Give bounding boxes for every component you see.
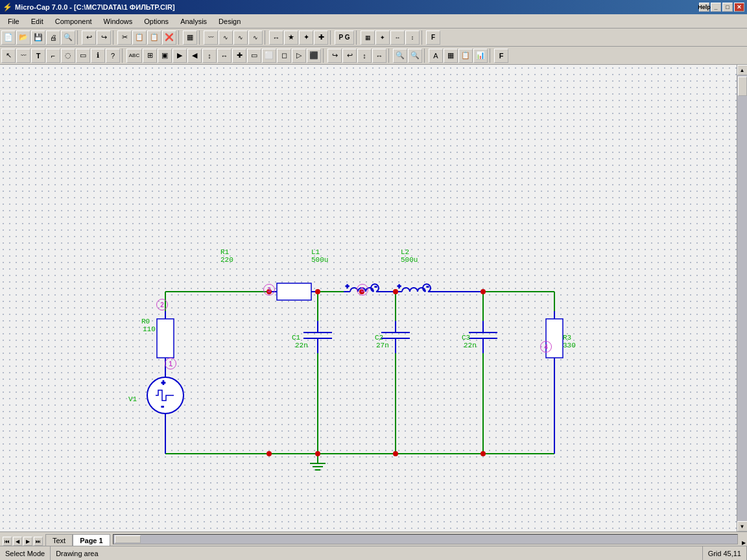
title-buttons: Help _ □ ✕	[699, 3, 744, 12]
tb-m2[interactable]: ✦	[375, 30, 390, 45]
tb-tran[interactable]: ∿	[233, 30, 248, 45]
menu-windows[interactable]: Windows	[99, 16, 138, 27]
label-l2-name: L2	[401, 248, 409, 256]
tb2-text[interactable]: T	[31, 49, 45, 63]
tb-star[interactable]: ★	[284, 30, 298, 45]
close-button[interactable]: ✕	[734, 3, 744, 12]
tb2-f2[interactable]: F	[494, 49, 508, 63]
menu-design[interactable]: Design	[213, 16, 246, 27]
svg-point-57	[315, 451, 320, 456]
label-r3-name: R3	[563, 334, 571, 342]
tb2-info[interactable]: ℹ	[91, 49, 105, 63]
label-r0-val: 110	[143, 325, 156, 333]
tb2-tri[interactable]: ▷	[292, 49, 306, 63]
svg-point-56	[480, 289, 486, 294]
tb2-box[interactable]: ▦	[444, 49, 458, 63]
label-r1-name: R1	[220, 248, 229, 256]
tb-m1[interactable]: ▦	[361, 30, 375, 45]
tb-f1[interactable]: F	[426, 30, 440, 45]
tb-pg[interactable]: P G	[335, 30, 354, 45]
tb2-lr[interactable]: ↔	[217, 49, 231, 63]
vertical-scrollbar[interactable]: ▲ ▼	[737, 65, 747, 531]
help-button[interactable]: Help	[699, 3, 709, 12]
window-title: Micro-Cap 7.0.0 - [C:\MC7\DATA\1 ФИЛЬТР.…	[15, 3, 175, 11]
tb-plus[interactable]: ✦	[299, 30, 313, 45]
tb2-wire[interactable]: 〰	[16, 49, 30, 63]
tb-save[interactable]: 💾	[31, 30, 45, 45]
tb2-zoomin[interactable]: 🔍	[393, 49, 407, 63]
tb2-rect[interactable]: ▭	[76, 49, 90, 63]
scroll-up-button[interactable]: ▲	[737, 65, 748, 75]
tab-last-button[interactable]: ⏭	[34, 537, 43, 546]
tb2-zoomout[interactable]: 🔍	[408, 49, 422, 63]
menu-options[interactable]: Options	[139, 16, 174, 27]
menu-component[interactable]: Component	[50, 16, 97, 27]
tb2-chart[interactable]: 📊	[473, 49, 488, 63]
tb-delete[interactable]: ❌	[162, 30, 176, 45]
node-3-label: 3	[267, 286, 271, 294]
tab-page1[interactable]: Page 1	[73, 534, 110, 546]
tb-ac[interactable]: ∿	[219, 30, 233, 45]
tb2-rect2[interactable]: ▭	[247, 49, 261, 63]
node-1-circle: 1	[165, 358, 176, 369]
tb-copy[interactable]: 📋	[132, 30, 147, 45]
tb2-blk[interactable]: ⬛	[307, 49, 321, 63]
tb-undo[interactable]: ↩	[82, 30, 96, 45]
tb2-3d[interactable]: ▣	[158, 49, 172, 63]
tb2-select[interactable]: ↖	[1, 49, 16, 63]
tb-m3[interactable]: ↔	[390, 30, 405, 45]
svg-text:+: +	[397, 283, 401, 290]
tb2-clip[interactable]: 📋	[458, 49, 473, 63]
label-r1-val: 220	[220, 256, 233, 264]
tb-zoom[interactable]: 🔍	[61, 30, 75, 45]
menu-analysis[interactable]: Analysis	[175, 16, 212, 27]
tb-redo[interactable]: ↪	[97, 30, 111, 45]
tb2-plus2[interactable]: ✚	[232, 49, 246, 63]
tb-wire[interactable]: 〰	[204, 30, 218, 45]
canvas-area[interactable]: + - +	[0, 65, 737, 531]
tb-new[interactable]: 📄	[1, 30, 16, 45]
scroll-down-button[interactable]: ▼	[737, 521, 748, 531]
scroll-track[interactable]	[737, 75, 748, 521]
maximize-button[interactable]: □	[722, 3, 733, 12]
app-icon: ⚡	[3, 3, 12, 12]
tb2-circle[interactable]: ◌	[61, 49, 75, 63]
tb2-angle[interactable]: ⌐	[46, 49, 60, 63]
tab-text[interactable]: Text	[45, 534, 73, 546]
menu-file[interactable]: File	[3, 16, 25, 27]
tb2-abc[interactable]: ABC	[126, 49, 142, 63]
tb2-a2[interactable]: A	[429, 49, 443, 63]
menu-edit[interactable]: Edit	[26, 16, 49, 27]
tb-arrow[interactable]: ↔	[269, 30, 283, 45]
minimize-button[interactable]: _	[711, 3, 721, 12]
tb2-flip[interactable]: ↕	[357, 49, 372, 63]
hscroll-thumb[interactable]	[115, 535, 141, 543]
tb-print[interactable]: 🖨	[46, 30, 60, 45]
sep12	[424, 49, 427, 63]
tb2-sq2[interactable]: ◻	[277, 49, 291, 63]
tab-prev-button[interactable]: ◀	[13, 537, 22, 546]
node-1-label: 1	[169, 360, 172, 368]
tb2-mir[interactable]: ↔	[372, 49, 386, 63]
node-5-circle: 5	[357, 284, 368, 296]
tb2-help[interactable]: ?	[106, 49, 120, 63]
tb2-undo2[interactable]: ↪	[327, 49, 342, 63]
tb-cross[interactable]: ✚	[314, 30, 328, 45]
tb2-back[interactable]: ◀	[187, 49, 202, 63]
tb-grid[interactable]: ▦	[183, 30, 197, 45]
tb-open[interactable]: 📂	[16, 30, 30, 45]
tb2-play[interactable]: ▶	[172, 49, 187, 63]
hscroll-right-button[interactable]: ▶	[742, 540, 746, 546]
tb2-sq[interactable]: ⬜	[262, 49, 276, 63]
tb2-grid2[interactable]: ⊞	[143, 49, 157, 63]
scroll-thumb[interactable]	[738, 76, 747, 96]
tb2-redo2[interactable]: ↩	[342, 49, 357, 63]
tab-first-button[interactable]: ⏮	[3, 537, 12, 546]
tb-dc[interactable]: ∿	[248, 30, 263, 45]
horizontal-scrollbar[interactable]	[113, 534, 738, 544]
tb-paste[interactable]: 📋	[147, 30, 161, 45]
tb-m4[interactable]: ↕	[405, 30, 420, 45]
tab-next-button[interactable]: ▶	[23, 537, 32, 546]
tb2-ud[interactable]: ↕	[202, 49, 217, 63]
tb-cut[interactable]: ✂	[117, 30, 132, 45]
